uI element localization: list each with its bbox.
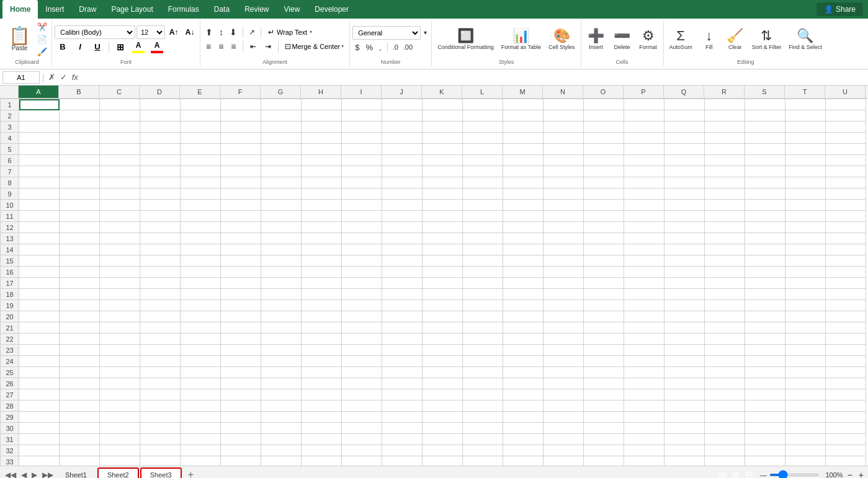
cell-S26[interactable] — [745, 378, 785, 389]
cell-D25[interactable] — [140, 367, 181, 378]
cell-I5[interactable] — [342, 144, 382, 155]
cell-G27[interactable] — [261, 389, 302, 401]
col-header-F[interactable]: F — [220, 86, 261, 98]
cell-I7[interactable] — [342, 166, 382, 177]
tab-data[interactable]: Data — [207, 0, 237, 19]
cell-R7[interactable] — [705, 166, 745, 177]
cell-S15[interactable] — [745, 255, 785, 267]
cell-Q13[interactable] — [664, 233, 705, 244]
col-header-D[interactable]: D — [140, 86, 180, 98]
cell-F23[interactable] — [221, 345, 261, 356]
cell-O13[interactable] — [584, 233, 624, 244]
cell-F18[interactable] — [221, 289, 261, 300]
cell-L8[interactable] — [463, 177, 503, 188]
cell-I2[interactable] — [342, 110, 382, 122]
cell-R10[interactable] — [705, 200, 745, 211]
cell-E7[interactable] — [181, 166, 221, 177]
cell-C15[interactable] — [100, 255, 140, 267]
cell-R11[interactable] — [705, 211, 745, 222]
cell-M25[interactable] — [503, 367, 544, 378]
cell-C1[interactable] — [100, 99, 140, 110]
cell-B15[interactable] — [60, 255, 100, 267]
cell-H25[interactable] — [302, 367, 342, 378]
cell-M28[interactable] — [503, 401, 544, 412]
cell-G10[interactable] — [261, 200, 302, 211]
cell-D30[interactable] — [140, 423, 181, 434]
cell-H27[interactable] — [302, 389, 342, 401]
cell-N32[interactable] — [544, 445, 584, 456]
cell-I18[interactable] — [342, 289, 382, 300]
cell-U22[interactable] — [826, 334, 866, 345]
cell-F28[interactable] — [221, 401, 261, 412]
cell-L2[interactable] — [463, 110, 503, 122]
cell-T2[interactable] — [785, 110, 826, 122]
cell-M14[interactable] — [503, 244, 544, 255]
cell-L3[interactable] — [463, 122, 503, 133]
cell-T13[interactable] — [785, 233, 826, 244]
format-as-table-button[interactable]: 📊 Format as Table — [498, 27, 544, 52]
row-num-24[interactable]: 24 — [1, 356, 19, 367]
cell-I10[interactable] — [342, 200, 382, 211]
cell-C12[interactable] — [100, 222, 140, 233]
cell-O6[interactable] — [584, 155, 624, 166]
cell-U24[interactable] — [826, 356, 866, 367]
cell-E9[interactable] — [181, 188, 221, 200]
col-header-P[interactable]: P — [624, 86, 664, 98]
cell-B10[interactable] — [60, 200, 100, 211]
cell-N26[interactable] — [544, 378, 584, 389]
cell-Q26[interactable] — [664, 378, 705, 389]
cell-S28[interactable] — [745, 401, 785, 412]
cell-Q25[interactable] — [664, 367, 705, 378]
cell-B28[interactable] — [60, 401, 100, 412]
cell-E22[interactable] — [181, 334, 221, 345]
cell-C20[interactable] — [100, 311, 140, 322]
cell-E15[interactable] — [181, 255, 221, 267]
cell-Q6[interactable] — [664, 155, 705, 166]
add-sheet-button[interactable]: + — [184, 469, 197, 479]
cell-R14[interactable] — [705, 244, 745, 255]
cell-Q5[interactable] — [664, 144, 705, 155]
cell-E4[interactable] — [181, 133, 221, 144]
cell-O9[interactable] — [584, 188, 624, 200]
cell-O25[interactable] — [584, 367, 624, 378]
cell-U33[interactable] — [826, 456, 866, 466]
cell-K12[interactable] — [423, 222, 463, 233]
cell-Q8[interactable] — [664, 177, 705, 188]
cell-O4[interactable] — [584, 133, 624, 144]
cell-M2[interactable] — [503, 110, 544, 122]
cell-N21[interactable] — [544, 322, 584, 334]
cell-C32[interactable] — [100, 445, 140, 456]
cell-H14[interactable] — [302, 244, 342, 255]
cell-P15[interactable] — [624, 255, 664, 267]
cell-O1[interactable] — [584, 99, 624, 110]
cell-A13[interactable] — [19, 233, 60, 244]
cell-D12[interactable] — [140, 222, 181, 233]
cell-N30[interactable] — [544, 423, 584, 434]
cell-R9[interactable] — [705, 188, 745, 200]
cell-Q28[interactable] — [664, 401, 705, 412]
cell-F7[interactable] — [221, 166, 261, 177]
cell-L9[interactable] — [463, 188, 503, 200]
format-button[interactable]: ⚙ Format — [636, 27, 661, 52]
merge-center-button[interactable]: ⊡ Merge & Center ▾ — [282, 40, 347, 53]
cell-B25[interactable] — [60, 367, 100, 378]
cell-R19[interactable] — [705, 300, 745, 311]
cell-F29[interactable] — [221, 412, 261, 423]
cell-E3[interactable] — [181, 122, 221, 133]
cell-H22[interactable] — [302, 334, 342, 345]
cell-G13[interactable] — [261, 233, 302, 244]
cell-O19[interactable] — [584, 300, 624, 311]
cell-J4[interactable] — [382, 133, 423, 144]
cell-J31[interactable] — [382, 434, 423, 445]
cell-E20[interactable] — [181, 311, 221, 322]
cell-O8[interactable] — [584, 177, 624, 188]
cell-O22[interactable] — [584, 334, 624, 345]
cell-K33[interactable] — [423, 456, 463, 466]
cell-M7[interactable] — [503, 166, 544, 177]
cell-I24[interactable] — [342, 356, 382, 367]
cell-O26[interactable] — [584, 378, 624, 389]
cell-B18[interactable] — [60, 289, 100, 300]
cell-H1[interactable] — [302, 99, 342, 110]
row-num-32[interactable]: 32 — [1, 445, 19, 456]
cell-A4[interactable] — [19, 133, 60, 144]
